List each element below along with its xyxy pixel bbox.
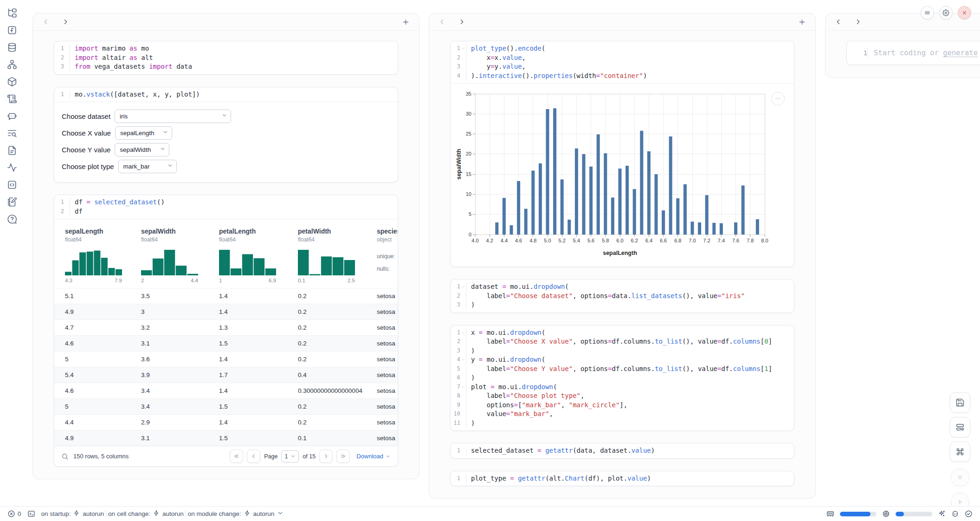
table-row[interactable]: 4.93.11.50.1setosa <box>54 430 398 446</box>
generate-with-ai-link[interactable]: generate <box>943 49 978 57</box>
runtime-setting[interactable]: on module change:autorun <box>188 510 284 518</box>
column-header-petalLength[interactable]: petalLengthfloat6416.9 <box>214 219 293 288</box>
cell-editor[interactable]: 1mo.vstack([dataset, x, y, plot]) <box>54 87 398 102</box>
package-icon[interactable] <box>7 77 17 87</box>
line-number: 11 <box>454 419 460 428</box>
notebook-cell: 1plot_type().encode(2 x=x.value,3 y=y.va… <box>450 41 794 267</box>
column-scroll-left-button[interactable] <box>438 18 446 26</box>
dropdown-select[interactable]: mark_bar <box>118 160 177 173</box>
line-number: 2 <box>61 53 64 63</box>
table-row[interactable]: 4.63.41.40.30000000000000004setosa <box>54 383 398 399</box>
column-header-sepalLength[interactable]: sepalLengthfloat644.37.9 <box>54 219 136 288</box>
previous-page-button[interactable] <box>247 449 260 463</box>
first-page-button[interactable] <box>230 449 243 463</box>
add-cell-button[interactable] <box>798 18 806 26</box>
dependency-graph-icon[interactable] <box>7 59 17 70</box>
column-scroll-right-button[interactable] <box>854 18 862 26</box>
scratchpad-icon[interactable] <box>7 197 17 207</box>
search-icon[interactable] <box>61 453 69 460</box>
tracing-icon[interactable] <box>7 163 17 173</box>
runtime-setting[interactable]: on cell change:autorun <box>108 510 184 518</box>
table-row[interactable]: 5.43.91.70.4setosa <box>54 367 398 383</box>
logs-icon[interactable] <box>7 94 17 104</box>
line-number: 3 <box>457 346 460 356</box>
dropdown-select[interactable]: iris <box>115 110 231 123</box>
help-icon[interactable] <box>7 214 17 224</box>
line-number: 5 <box>457 365 460 374</box>
cell-editor[interactable]: 1dataset = mo.ui.dropdown(2 label="Choos… <box>451 280 794 313</box>
column-header-species[interactable]: speciesobjectunique:nulls: <box>372 219 398 288</box>
gear-button[interactable] <box>939 6 953 20</box>
code-text: mo.vstack([dataset, x, y, plot]) <box>70 90 200 99</box>
dropdown-select[interactable]: sepalWidth <box>115 143 169 156</box>
cell-editor[interactable]: 1df = selected_dataset()2df <box>54 195 398 219</box>
table-row[interactable]: 53.41.50.2setosa <box>54 399 398 415</box>
layout-button[interactable] <box>950 417 970 437</box>
table-row[interactable]: 4.63.11.50.2setosa <box>54 336 398 352</box>
table-cell: 0.2 <box>293 336 372 352</box>
stop-button[interactable] <box>951 468 969 487</box>
last-page-button[interactable] <box>336 449 350 463</box>
cell-editor[interactable]: 1import marimo as mo2import altair as al… <box>54 41 398 74</box>
runtime-setting[interactable]: on startup:autorun <box>41 510 104 518</box>
dropdown-select[interactable]: sepalLength <box>115 126 172 140</box>
file-tree-icon[interactable] <box>7 8 17 18</box>
dataframe-table: sepalLengthfloat644.37.9sepalWidthfloat6… <box>54 219 398 446</box>
close-button[interactable] <box>958 6 971 20</box>
column-scroll-left-button[interactable] <box>42 18 50 26</box>
divider <box>106 510 106 518</box>
function-icon[interactable] <box>7 25 17 35</box>
cell-editor[interactable]: 1plot_type = getattr(alt.Chart(df), plot… <box>451 471 794 486</box>
column-histogram <box>141 250 198 275</box>
code-text: ) <box>466 346 475 356</box>
column-header-petalWidth[interactable]: petalWidthfloat640.12.5 <box>293 219 372 288</box>
code-line: 4).interactive().properties(width="conta… <box>451 72 794 81</box>
download-button[interactable]: Download <box>356 453 391 460</box>
menu-button[interactable] <box>921 6 934 20</box>
svg-text:5.6: 5.6 <box>587 238 594 243</box>
cell-editor[interactable]: 1plot_type().encode(2 x=x.value,3 y=y.va… <box>451 41 794 83</box>
command-button[interactable] <box>950 442 970 462</box>
page-select[interactable]: 1 <box>281 450 299 462</box>
dropdown-row: Choose X valuesepalLength <box>62 124 390 141</box>
histogram-range: 16.9 <box>219 278 276 283</box>
search-list-icon[interactable] <box>7 128 17 138</box>
svg-text:5: 5 <box>469 211 471 217</box>
database-icon[interactable] <box>7 42 17 52</box>
save-button[interactable] <box>950 392 970 413</box>
table-row[interactable]: 5.13.51.40.2setosa <box>54 288 398 304</box>
terminal-icon[interactable] <box>27 510 35 518</box>
runtime-setting-value: autorun <box>253 510 275 517</box>
table-cell: 0.1 <box>293 430 372 446</box>
cell-editor[interactable]: 1x = mo.ui.dropdown(2 label="Choose X va… <box>451 326 794 431</box>
line-number: 1 <box>457 446 460 456</box>
column-header-sepalWidth[interactable]: sepalWidthfloat6424.4 <box>136 219 214 288</box>
column-scroll-right-button[interactable] <box>62 18 69 26</box>
column-scroll-right-button[interactable] <box>458 18 465 26</box>
copilot-icon[interactable] <box>951 510 959 518</box>
snippets-icon[interactable] <box>7 180 17 190</box>
chart-actions-button[interactable] <box>771 92 785 105</box>
table-row[interactable]: 4.931.40.2setosa <box>54 304 398 320</box>
document-icon[interactable] <box>7 145 17 156</box>
fold-slot <box>64 65 70 69</box>
line-gutter: 1 <box>451 282 466 292</box>
table-row[interactable]: 4.42.91.40.2setosa <box>54 415 398 430</box>
ai-chat-icon[interactable] <box>7 111 17 121</box>
add-cell-button[interactable] <box>402 18 410 26</box>
table-cell: 1.4 <box>214 415 293 430</box>
vstack-output: Choose datasetirisChoose X valuesepalLen… <box>54 102 398 182</box>
chevron-down-icon <box>221 112 227 120</box>
table-row[interactable]: 53.61.40.2setosa <box>54 352 398 367</box>
table-row[interactable]: 4.73.21.30.2setosa <box>54 320 398 336</box>
error-indicator[interactable]: 0 <box>7 510 21 518</box>
new-cell-editor[interactable]: 1Start coding or generate with AI <box>847 41 980 65</box>
code-line: 2import altair as alt <box>54 53 398 63</box>
column-scroll-left-button[interactable] <box>835 18 842 26</box>
cell-editor[interactable]: 1selected_dataset = getattr(data, datase… <box>451 443 794 458</box>
next-page-button[interactable] <box>319 449 333 463</box>
chart-output: 4.04.24.44.64.85.05.25.45.65.86.06.26.46… <box>451 84 794 267</box>
svg-text:15: 15 <box>466 171 471 177</box>
connection-status-icon[interactable] <box>965 510 973 518</box>
sparkles-icon[interactable] <box>938 510 946 518</box>
